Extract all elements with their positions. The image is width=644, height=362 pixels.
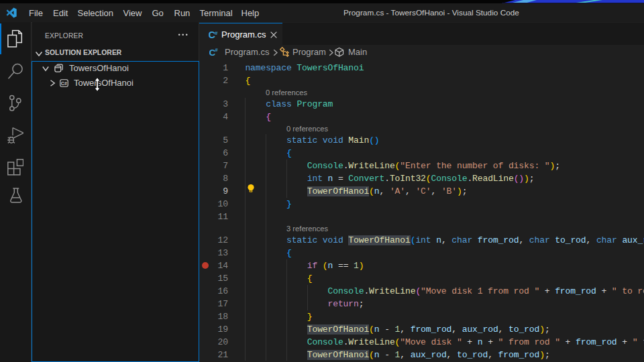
svg-text:#: # — [215, 30, 218, 36]
svg-text:C#: C# — [61, 81, 67, 86]
svg-text:#: # — [215, 47, 219, 53]
